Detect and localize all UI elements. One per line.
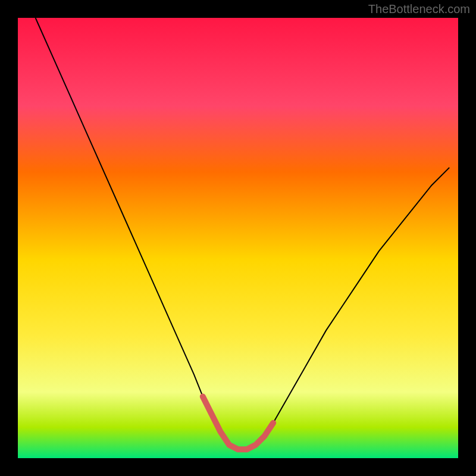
plot-area [18, 18, 458, 458]
watermark-text: TheBottleneck.com [368, 2, 470, 16]
chart-svg [0, 0, 476, 476]
chart-container: TheBottleneck.com [0, 0, 476, 476]
